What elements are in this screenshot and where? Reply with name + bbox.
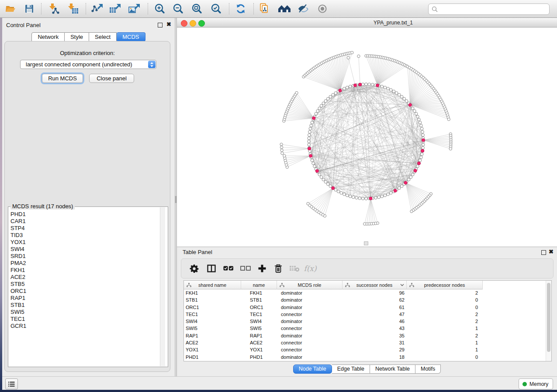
column-header[interactable]: predecessor nodes [407,281,483,289]
mcds-result-item[interactable]: SWI5 [10,309,157,316]
close-panel-button[interactable]: Close panel [89,74,134,83]
column-header[interactable]: name [241,281,277,289]
mcds-result-item[interactable]: ACE2 [10,274,157,281]
table-cell: dominator [277,354,343,361]
task-history-button[interactable] [5,378,18,389]
table-row[interactable]: TEC1TEC1connector472 [184,311,483,318]
search-input[interactable] [428,3,550,15]
clone-network-icon[interactable] [258,2,271,15]
table-row[interactable]: PHD1PHD1dominator180 [184,354,483,361]
table-row[interactable]: SWI5SWI5connector431 [184,325,483,332]
export-network-icon[interactable] [90,2,104,15]
zoom-in-icon[interactable] [153,2,166,15]
function-builder-icon[interactable]: f(x) [304,263,316,274]
mcds-result-item[interactable]: CAR1 [10,218,157,225]
refresh-layout-icon[interactable] [234,2,247,15]
table-row[interactable]: FKH1FKH1dominator962 [184,289,483,296]
column-header[interactable]: shared name [184,281,241,289]
close-window-icon[interactable] [181,20,187,27]
table-row[interactable]: RAP1RAP1dominator352 [184,332,483,339]
tab-network[interactable]: Network [31,32,65,41]
network-canvas[interactable] [177,28,557,247]
table-scrollbar[interactable] [546,281,551,361]
home-icon[interactable] [278,2,291,15]
tab-motifs[interactable]: Motifs [415,364,441,374]
table-row[interactable]: STB1STB1dominator620 [184,296,483,303]
column-header[interactable]: MCDS role [277,281,343,289]
column-header[interactable]: successor nodes [343,281,407,289]
split-columns-icon[interactable] [206,263,217,274]
export-table-icon[interactable] [108,2,121,15]
close-panel-icon[interactable]: ✖ [166,21,171,28]
mcds-result-item[interactable]: PMA2 [10,260,157,267]
table-row[interactable]: YOX1YOX1connector291 [184,346,483,353]
memory-status-icon [522,382,527,386]
save-icon[interactable] [23,2,36,15]
delete-column-icon[interactable] [273,263,284,274]
gear-icon[interactable] [188,263,200,274]
float-table-panel-icon[interactable] [541,250,546,255]
zoom-selected-icon[interactable] [210,2,223,15]
tab-node-table[interactable]: Node Table [293,364,332,374]
table-cell: 0 [407,304,483,311]
zoom-fit-icon[interactable] [190,2,204,15]
minimize-window-icon[interactable] [190,20,196,27]
divider-handle-horizontal[interactable] [364,241,368,245]
show-eye-icon[interactable] [316,2,329,15]
select-all-checkboxes-icon[interactable] [223,263,234,274]
mcds-result-item[interactable]: YOX1 [10,239,157,246]
mcds-result-item[interactable]: GCR1 [10,323,157,330]
table-row[interactable]: ACE2ACE2connector311 [184,339,483,346]
table-cell: 2 [407,332,483,339]
float-panel-icon[interactable] [158,23,163,28]
table-cell: 1 [407,339,483,346]
network-window-title: YPA_prune.txt_1 [332,20,454,26]
mcds-scrollbar[interactable] [160,207,165,366]
table-cell: YOX1 [241,346,277,353]
open-folder-icon[interactable] [4,2,17,15]
close-table-panel-icon[interactable]: ✖ [549,248,554,255]
mcds-result-item[interactable]: FKH1 [10,267,157,274]
export-image-icon[interactable] [128,2,141,15]
table-cell: SWI4 [184,318,241,325]
zoom-out-icon[interactable] [172,2,185,15]
import-table-icon[interactable] [66,2,80,15]
main-toolbar [0,0,557,18]
mcds-result-item[interactable]: RAP1 [10,295,157,302]
tab-mcds[interactable]: MCDS [117,32,145,41]
search-icon [432,6,438,12]
tab-select[interactable]: Select [89,32,117,41]
mcds-result-item[interactable]: SRD1 [10,253,157,260]
mcds-result-item[interactable]: STB1 [10,302,157,309]
table-cell: ACE2 [241,339,277,346]
add-column-icon[interactable] [256,263,268,274]
run-mcds-button[interactable]: Run MCDS [42,74,83,83]
mcds-result-item[interactable]: TID3 [10,232,157,239]
mcds-result-item[interactable]: TEC1 [10,316,157,323]
mcds-result-item[interactable]: ORC1 [10,288,157,295]
table-cell: SWI5 [184,325,241,332]
table-cell: dominator [277,332,343,339]
mcds-result-item[interactable]: PHD1 [10,211,157,218]
table-cell: connector [277,339,343,346]
table-cell: SWI4 [241,318,277,325]
table-row[interactable]: SWI4SWI4dominator462 [184,318,483,325]
maximize-window-icon[interactable] [198,20,205,27]
delete-table-icon[interactable] [289,263,300,274]
criterion-dropdown[interactable]: largest connected component (undirected) [20,60,156,69]
tab-network-table[interactable]: Network Table [370,364,415,374]
tab-edge-table[interactable]: Edge Table [332,364,370,374]
mcds-result-item[interactable]: SWI4 [10,246,157,253]
mcds-result-item[interactable]: STB5 [10,281,157,288]
clear-checkboxes-icon[interactable] [240,263,251,274]
mcds-result-item[interactable]: STP4 [10,225,157,232]
table-cell: 43 [343,325,407,332]
table-scrollbar-thumb[interactable] [547,283,550,352]
application-window: Control Panel ✖ NetworkStyleSelectMCDS O… [0,0,557,392]
tab-style[interactable]: Style [65,32,89,41]
hide-eye-icon[interactable] [297,2,310,15]
import-network-icon[interactable] [48,2,61,15]
memory-button[interactable]: Memory [519,378,553,389]
table-row[interactable]: ORC1ORC1dominator610 [184,304,483,311]
node-table: shared namenameMCDS rolesuccessor nodesp… [183,280,552,361]
